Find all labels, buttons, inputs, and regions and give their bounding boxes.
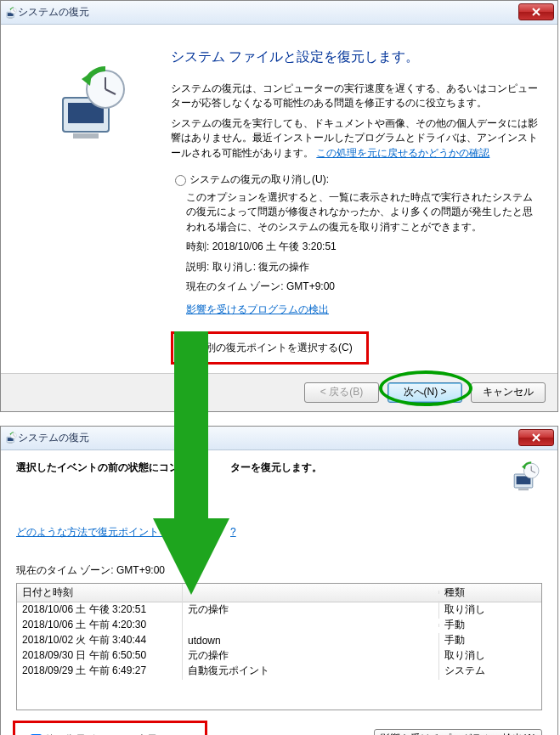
checkbox-show-more-points[interactable]: 他の復元ポイントを表示する(M): [27, 732, 193, 735]
col-header-description[interactable]: [183, 591, 439, 594]
howto-link-a: どのような方法で復元ポイントを選択: [16, 526, 189, 538]
page-heading: システム ファイルと設定を復元します。: [171, 48, 540, 66]
tz-label: 現在のタイム ゾーン:: [186, 280, 286, 292]
howto-link-b: ?: [230, 526, 236, 538]
restore-icon: [4, 431, 18, 444]
cell-type: システム: [439, 662, 541, 680]
radio-choose-label: 別の復元ポイントを選択する(C): [206, 341, 353, 355]
link-confirm-reversible[interactable]: この処理を元に戻せるかどうかの確認: [316, 147, 489, 159]
cancel-button[interactable]: キャンセル: [471, 382, 546, 403]
highlight-box-choose-restore-point: 別の復元ポイントを選択する(C): [171, 331, 369, 365]
titlebar: システムの復元: [1, 1, 557, 25]
cell-description: [183, 624, 439, 627]
window-title: システムの復元: [18, 431, 89, 445]
restore-icon: [4, 6, 18, 20]
table-header: 日付と時刻 種類: [17, 584, 541, 602]
radio-choose-point[interactable]: 別の復元ポイントを選択する(C): [187, 341, 353, 355]
highlight-box-show-more: 他の復元ポイントを表示する(M): [13, 721, 207, 735]
cell-description: 元の操作: [183, 601, 439, 619]
icon-panel: [9, 38, 171, 365]
timezone-line: 現在のタイム ゾーン: GMT+9:00: [16, 563, 542, 578]
window-title: システムの復元: [18, 5, 89, 20]
radio-choose-input[interactable]: [191, 343, 202, 354]
dialog-body: 選択したイベントの前の状態にコンターを復元します。 どのような方法で復元ポイント…: [1, 450, 557, 735]
close-button[interactable]: [518, 429, 554, 446]
table-row[interactable]: 2018/10/02 火 午前 3:40:44utdown手動: [17, 633, 541, 648]
undo-desc-row: 説明: 取り消し: 復元の操作: [186, 260, 540, 274]
undo-description: このオプションを選択すると、一覧に表示された時点で実行されたシステムの復元によっ…: [186, 190, 540, 235]
cell-description: 自動復元ポイント: [183, 662, 439, 680]
titlebar: システムの復元: [1, 427, 557, 450]
link-scan-affected-programs[interactable]: 影響を受けるプログラムの検出: [186, 303, 329, 315]
dialog-system-restore-1: システムの復元 システム ファイルと設定を復元します。 システムの復元は、コンピ…: [0, 0, 558, 412]
restore-icon: [48, 64, 133, 140]
col-header-type[interactable]: 種類: [439, 584, 541, 602]
desc-value: 取り消し: 復元の操作: [212, 261, 310, 273]
howto-link-row: どのような方法で復元ポイントを選択?: [16, 525, 542, 540]
link-howto-choose[interactable]: どのような方法で復元ポイントを選択?: [16, 526, 236, 538]
intro-paragraph-2: システムの復元を実行しても、ドキュメントや画像、その他の個人データには影響はあり…: [171, 116, 540, 161]
table-row[interactable]: 2018/09/29 土 午前 6:49:27自動復元ポイントシステム: [17, 664, 541, 679]
heading-part-a: 選択したイベントの前の状態にコン: [16, 461, 179, 473]
close-icon: [532, 8, 540, 16]
undo-tz-row: 現在のタイム ゾーン: GMT+9:00: [186, 280, 540, 294]
col-header-date[interactable]: 日付と時刻: [17, 584, 183, 602]
time-value: 2018/10/06 土 午後 3:20:51: [212, 240, 337, 252]
heading-part-b: ターを復元します。: [230, 461, 322, 473]
content-panel: システム ファイルと設定を復元します。 システムの復元は、コンピューターの実行速…: [171, 38, 540, 365]
heading-row: 選択したイベントの前の状態にコンターを復元します。: [16, 461, 542, 491]
undo-time-row: 時刻: 2018/10/06 土 午後 3:20:51: [186, 240, 540, 254]
scan-link-row: 影響を受けるプログラムの検出: [186, 302, 540, 317]
intro-paragraph-1: システムの復元は、コンピューターの実行速度を遅くする、あるいはコンピューターが応…: [171, 82, 540, 111]
cell-description: utdown: [183, 633, 439, 648]
button-bar: < 戻る(B) 次へ(N) > キャンセル: [1, 373, 557, 411]
restore-points-table[interactable]: 日付と時刻 種類 2018/10/06 土 午後 3:20:51元の操作取り消し…: [16, 583, 542, 710]
scan-affected-programs-button[interactable]: 影響を受けるプログラムの検出(A): [374, 729, 542, 735]
radio-undo-restore[interactable]: システムの復元の取り消し(U):: [171, 172, 540, 187]
cell-date: 2018/09/29 土 午前 6:49:27: [17, 662, 183, 680]
table-row[interactable]: 2018/10/06 土 午前 4:20:30手動: [17, 618, 541, 633]
dialog-body: システム ファイルと設定を復元します。 システムの復元は、コンピューターの実行速…: [1, 25, 557, 373]
radio-undo-label: システムの復元の取り消し(U):: [189, 172, 329, 187]
radio-undo-input[interactable]: [175, 175, 186, 186]
tz-value: GMT+9:00: [286, 280, 335, 292]
back-button: < 戻る(B): [304, 382, 379, 403]
table-body: 2018/10/06 土 午後 3:20:51元の操作取り消し2018/10/0…: [17, 602, 541, 679]
time-label: 時刻:: [186, 240, 212, 252]
dialog-system-restore-2: システムの復元 選択したイベントの前の状態にコンターを復元します。 どのような方…: [0, 426, 558, 735]
page-heading: 選択したイベントの前の状態にコンターを復元します。: [16, 461, 322, 475]
restore-icon: [508, 461, 542, 491]
next-button[interactable]: 次へ(N) >: [387, 382, 462, 403]
desc-label: 説明:: [186, 261, 212, 273]
close-icon: [532, 433, 540, 442]
close-button[interactable]: [518, 3, 554, 20]
table-row[interactable]: 2018/09/30 日 午前 6:50:50元の操作取り消し: [17, 648, 541, 664]
table-row[interactable]: 2018/10/06 土 午後 3:20:51元の操作取り消し: [17, 602, 541, 618]
